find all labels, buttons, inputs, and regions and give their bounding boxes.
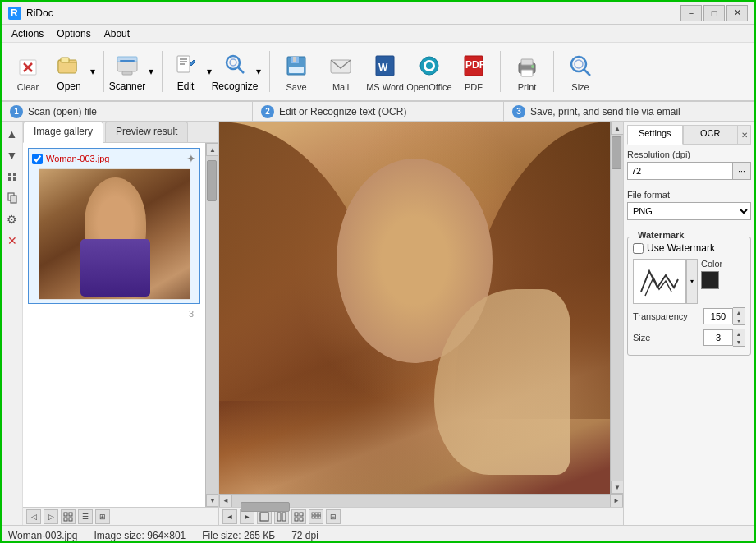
file-format-select[interactable]: PNG JPG TIFF BMP PDF [627, 202, 751, 220]
view-btn-grid[interactable] [61, 509, 76, 524]
open-dropdown-arrow[interactable]: ▾ [87, 47, 99, 96]
mail-button[interactable]: Mail [319, 47, 362, 96]
maximize-button[interactable]: □ [703, 5, 725, 21]
preview-scroll-left[interactable]: ◄ [219, 495, 232, 508]
resolution-input[interactable] [627, 162, 733, 180]
open-button[interactable]: Open [51, 47, 87, 96]
prev-page-button[interactable]: ◄ [222, 509, 237, 524]
thumbnail-checkbox[interactable] [32, 154, 43, 164]
use-watermark-checkbox[interactable] [633, 243, 644, 254]
sep-3 [269, 51, 270, 92]
sidebar-up-icon[interactable]: ▲ [3, 125, 21, 143]
watermark-section: Watermark Use Watermark ▾ [627, 237, 751, 356]
status-file-size: File size: 265 КБ [202, 530, 275, 541]
view-mode-3[interactable] [291, 509, 306, 524]
pdf-button[interactable]: PDF PDF [452, 47, 495, 96]
svg-rect-32 [521, 70, 533, 76]
pdf-icon: PDF [459, 51, 488, 81]
status-filename: Woman-003.jpg [8, 530, 78, 541]
left-tabs: Image gallery Preview result [23, 122, 218, 143]
recognize-button[interactable]: Recognize [217, 47, 253, 96]
scanner-dropdown-arrow[interactable]: ▾ [145, 47, 157, 96]
watermark-select-button[interactable]: ▾ [686, 259, 698, 304]
sidebar-list-icon[interactable] [3, 168, 21, 186]
view-btn-2[interactable]: ▷ [44, 509, 58, 524]
thumbnail-filename: Woman-003.jpg [46, 154, 186, 163]
svg-text:W: W [378, 62, 388, 73]
sidebar-down-icon[interactable]: ▼ [3, 146, 21, 164]
preview-image-area [219, 122, 610, 494]
scroll-up-button[interactable]: ▲ [206, 143, 218, 156]
mail-label: Mail [332, 82, 349, 92]
view-mode-4[interactable] [309, 509, 323, 524]
clear-icon [13, 51, 43, 81]
svg-rect-53 [300, 518, 303, 521]
color-label: Color [701, 259, 722, 269]
print-button[interactable]: Print [506, 47, 548, 96]
svg-point-33 [531, 65, 534, 68]
svg-rect-43 [64, 513, 67, 516]
svg-line-16 [238, 67, 244, 73]
preview-vthumb[interactable] [612, 136, 621, 169]
step-1-number: 1 [10, 105, 23, 118]
thumbnail-item[interactable]: Woman-003.jpg ✦ [28, 148, 200, 304]
scanner-button[interactable]: Scanner [109, 47, 145, 96]
tab-image-gallery[interactable]: Image gallery [23, 122, 103, 143]
save-button[interactable]: Save [275, 47, 318, 96]
clear-label: Clear [17, 82, 39, 92]
msword-label: MS Word [366, 82, 404, 92]
sidebar-page-icon[interactable] [3, 189, 21, 207]
view-mode-5[interactable]: ⊟ [326, 509, 341, 524]
menu-actions[interactable]: Actions [5, 26, 50, 41]
tab-ocr[interactable]: OCR [683, 125, 739, 145]
color-swatch[interactable] [701, 271, 719, 289]
app-title: RiDoc [26, 7, 680, 19]
size-input[interactable] [703, 329, 733, 346]
transparency-input[interactable] [703, 308, 733, 324]
recognize-dropdown-arrow[interactable]: ▾ [253, 47, 264, 96]
edit-button[interactable]: Edit [167, 47, 204, 96]
preview-scroll-up[interactable]: ▲ [611, 122, 623, 135]
clear-button[interactable]: Clear [7, 47, 49, 96]
svg-rect-48 [277, 513, 281, 521]
svg-rect-52 [295, 518, 298, 521]
close-button[interactable]: ✕ [726, 5, 748, 21]
svg-rect-38 [13, 173, 16, 176]
size-spinner: ▲ ▼ [733, 329, 745, 347]
thumbnail-settings-icon[interactable]: ✦ [186, 152, 196, 165]
preview-scroll-right[interactable]: ► [610, 495, 623, 508]
tab-preview-result[interactable]: Preview result [105, 122, 188, 142]
size-button[interactable]: Size [559, 47, 602, 96]
svg-rect-31 [521, 59, 533, 65]
sidebar-settings-icon[interactable]: ⚙ [3, 210, 21, 228]
transparency-up[interactable]: ▲ [733, 308, 745, 316]
view-btn-1[interactable]: ◁ [26, 509, 41, 524]
scroll-thumb[interactable] [207, 160, 217, 201]
msword-button[interactable]: W MS Word [364, 47, 406, 96]
svg-rect-40 [13, 177, 16, 181]
msword-icon: W [370, 51, 400, 81]
view-btn-fit[interactable]: ⊞ [95, 509, 110, 524]
save-label: Save [286, 82, 306, 92]
preview-hthumb[interactable] [241, 502, 290, 512]
size-up[interactable]: ▲ [733, 329, 745, 338]
preview-scroll-down[interactable]: ▼ [611, 481, 623, 494]
step-2-number: 2 [261, 105, 274, 118]
size-down[interactable]: ▼ [733, 338, 745, 346]
resolution-row: ··· [627, 162, 751, 180]
svg-point-15 [227, 56, 240, 69]
menu-options[interactable]: Options [50, 26, 97, 41]
transparency-down[interactable]: ▼ [733, 316, 745, 324]
view-btn-list[interactable]: ☰ [78, 509, 93, 524]
step-2: 2 Edit or Recognize text (OCR) [253, 102, 504, 121]
resolution-options-button[interactable]: ··· [733, 162, 751, 180]
close-settings-button[interactable]: ✕ [738, 125, 751, 145]
menu-about[interactable]: About [98, 26, 136, 41]
tab-settings[interactable]: Settings [627, 125, 683, 145]
minimize-button[interactable]: − [680, 5, 702, 21]
openoffice-button[interactable]: OpenOffice [408, 47, 451, 96]
edit-icon [173, 52, 198, 79]
svg-rect-21 [293, 57, 296, 62]
sidebar-delete-icon[interactable]: ✕ [3, 232, 21, 250]
scroll-down-button[interactable]: ▼ [206, 494, 218, 507]
